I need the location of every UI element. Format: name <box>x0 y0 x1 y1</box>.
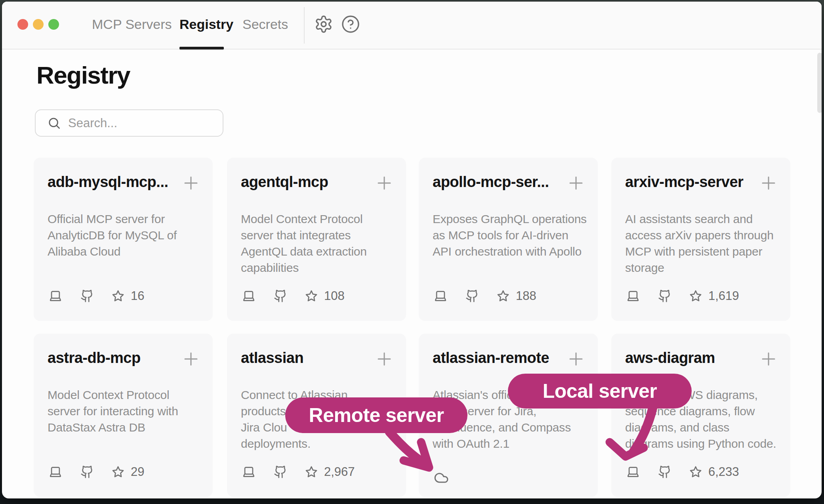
star-icon <box>689 289 702 303</box>
laptop-icon <box>242 289 256 303</box>
close-window-button[interactable] <box>17 19 28 30</box>
server-card-adb-mysql-mcp[interactable]: adb-mysql-mcp... Official MCP server for… <box>34 158 213 321</box>
server-description: Model Context Protocol server for intera… <box>48 387 178 435</box>
server-name: adb-mysql-mcp... <box>48 174 168 191</box>
tab-secrets[interactable]: Secrets <box>242 17 288 32</box>
github-icon[interactable] <box>658 465 671 479</box>
search-input[interactable] <box>68 116 211 130</box>
card-footer: 6,233 <box>626 465 739 479</box>
toolbar-divider <box>304 7 305 44</box>
settings-gear-icon[interactable] <box>314 15 333 34</box>
cloud-icon <box>434 470 449 485</box>
star-count: 1,619 <box>708 289 739 303</box>
github-icon[interactable] <box>274 289 287 303</box>
card-footer: 108 <box>242 289 345 303</box>
star-count: 2,967 <box>324 465 355 479</box>
server-card-astra-db-mcp[interactable]: astra-db-mcp Model Context Protocol serv… <box>34 334 213 497</box>
search-icon <box>48 116 61 130</box>
server-description: Model Context Protocol server that integ… <box>241 211 367 276</box>
add-server-button[interactable] <box>760 174 777 192</box>
star-icon <box>111 289 125 303</box>
card-footer: 1,619 <box>626 289 739 303</box>
vertical-scrollbar-thumb[interactable] <box>817 53 822 113</box>
server-name: aws-diagram <box>625 349 715 367</box>
server-description: AI assistants search and access arXiv pa… <box>625 211 774 276</box>
zoom-window-button[interactable] <box>48 19 59 30</box>
server-card-arxiv-mcp-server[interactable]: arxiv-mcp-server AI assistants search an… <box>611 158 790 321</box>
laptop-icon <box>434 289 447 303</box>
github-icon[interactable] <box>274 465 287 479</box>
github-icon[interactable] <box>80 289 94 303</box>
add-server-button[interactable] <box>182 174 200 192</box>
server-card-aws-diagram[interactable]: aws-diagram Generate AWS diagrams, seque… <box>611 334 790 497</box>
card-footer: 2,967 <box>242 465 355 479</box>
app-window: MCP Servers Registry Secrets Registry <box>2 2 822 498</box>
star-icon <box>496 289 510 303</box>
server-name: atlassian <box>241 349 303 367</box>
star-count: 16 <box>131 289 144 303</box>
star-icon <box>111 465 125 479</box>
search-box[interactable] <box>35 109 223 137</box>
active-tab-indicator <box>179 47 224 50</box>
remote-server-callout: Remote server <box>285 397 467 433</box>
card-footer <box>434 465 449 485</box>
add-server-button[interactable] <box>567 350 585 368</box>
server-name: astra-db-mcp <box>48 349 141 367</box>
add-server-button[interactable] <box>376 350 393 368</box>
github-icon[interactable] <box>658 289 671 303</box>
tab-mcp-servers[interactable]: MCP Servers <box>92 17 172 32</box>
github-icon[interactable] <box>80 465 94 479</box>
card-footer: 188 <box>434 289 536 303</box>
server-card-agentql-mcp[interactable]: agentql-mcp Model Context Protocol serve… <box>227 158 406 321</box>
laptop-icon <box>49 289 62 303</box>
desktop-background: { "colors": { "accent": "#b53177", "card… <box>0 0 824 504</box>
minimize-window-button[interactable] <box>33 19 44 30</box>
star-icon <box>305 289 318 303</box>
server-description: Official MCP server for AnalyticDB for M… <box>48 211 177 260</box>
laptop-icon <box>626 465 640 479</box>
star-count: 188 <box>516 289 536 303</box>
server-description: Exposes GraphQL operations as MCP tools … <box>433 211 587 260</box>
server-name: arxiv-mcp-server <box>625 174 743 191</box>
page-title: Registry <box>36 61 130 89</box>
local-server-callout: Local server <box>508 374 692 409</box>
server-card-apollo-mcp-server[interactable]: apollo-mcp-ser... Exposes GraphQL operat… <box>419 158 598 321</box>
add-server-button[interactable] <box>760 350 777 368</box>
title-bar: MCP Servers Registry Secrets <box>2 2 822 50</box>
laptop-icon <box>242 465 256 479</box>
star-icon <box>689 465 702 479</box>
server-name: atlassian-remote <box>433 349 549 367</box>
star-icon <box>305 465 318 479</box>
star-count: 29 <box>131 465 144 479</box>
server-name: agentql-mcp <box>241 174 328 191</box>
add-server-button[interactable] <box>376 174 393 192</box>
laptop-icon <box>49 465 62 479</box>
add-server-button[interactable] <box>567 174 585 192</box>
help-icon[interactable] <box>341 15 360 34</box>
star-count: 108 <box>324 289 345 303</box>
add-server-button[interactable] <box>182 350 200 368</box>
laptop-icon <box>626 289 640 303</box>
tab-registry[interactable]: Registry <box>179 17 233 32</box>
server-name: apollo-mcp-ser... <box>433 174 549 191</box>
star-count: 6,233 <box>708 465 739 479</box>
card-footer: 29 <box>49 465 144 479</box>
github-icon[interactable] <box>465 289 479 303</box>
card-footer: 16 <box>49 289 144 303</box>
